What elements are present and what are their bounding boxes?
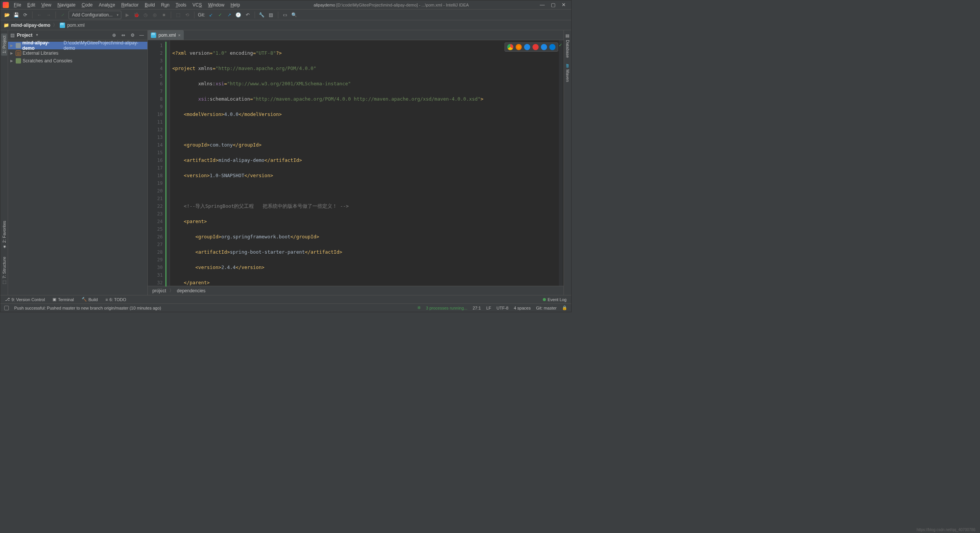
file-encoding[interactable]: UTF-8 <box>497 306 508 310</box>
tab-database[interactable]: ▤ Database <box>565 33 570 58</box>
coverage-icon[interactable]: ◷ <box>142 11 149 18</box>
profile-icon[interactable]: ◎ <box>151 11 158 18</box>
line-separator[interactable]: LF <box>486 306 491 310</box>
project-tool-window: ▤ Project ▼ ⊕ ⇔ ⚙ — ▶ mind-alipay-demo D… <box>8 30 148 295</box>
menu-bar: File Edit View Navigate Code Analyze Ref… <box>11 2 243 8</box>
menu-view[interactable]: View <box>39 2 54 8</box>
sync-icon[interactable]: ⟳ <box>22 11 29 18</box>
menu-window[interactable]: Window <box>205 2 227 8</box>
maven-file-icon <box>60 23 65 28</box>
lock-icon[interactable]: 🔒 <box>562 305 567 310</box>
window-title: alipaydemo [D:\code\MyGiteeProject\mind-… <box>245 3 537 7</box>
spinner-icon: ✲ <box>417 305 421 310</box>
debug-icon[interactable]: 🐞 <box>133 11 140 18</box>
menu-build[interactable]: Build <box>142 2 158 8</box>
breadcrumb-item[interactable]: dependencies <box>177 288 206 293</box>
run-anything-icon[interactable]: ▭ <box>282 11 289 18</box>
hide-icon[interactable]: — <box>138 32 145 39</box>
menu-analyze[interactable]: Analyze <box>96 2 118 8</box>
run-config-dropdown[interactable]: Add Configuration... <box>69 11 121 19</box>
maximize-icon[interactable]: ▢ <box>551 2 555 8</box>
message-icon[interactable] <box>4 306 9 310</box>
git-push-icon[interactable]: ↗ <box>226 11 233 18</box>
collapse-icon[interactable]: ⇔ <box>120 32 127 39</box>
tab-structure[interactable]: ⬚ 7: Structure <box>2 257 7 285</box>
menu-file[interactable]: File <box>11 2 24 8</box>
git-label: Git: <box>198 12 205 18</box>
close-tab-icon[interactable]: × <box>178 33 180 37</box>
inspection-ok-icon: ✓ <box>559 42 562 48</box>
safari-icon[interactable] <box>524 44 530 50</box>
run-icon[interactable]: ▶ <box>124 11 131 18</box>
git-commit-icon[interactable]: ✓ <box>217 11 224 18</box>
chevron-right-icon[interactable]: ▶ <box>10 44 14 47</box>
menu-tools[interactable]: Tools <box>173 2 189 8</box>
apply-icon[interactable]: ⬚ <box>175 11 181 18</box>
chevron-down-icon[interactable]: ▼ <box>36 33 39 37</box>
tab-maven[interactable]: m Maven <box>565 64 570 82</box>
caret-position[interactable]: 27:1 <box>473 306 481 310</box>
menu-edit[interactable]: Edit <box>24 2 38 8</box>
scratch-icon <box>16 58 21 64</box>
app-icon <box>3 2 9 8</box>
opera-icon[interactable] <box>532 44 539 50</box>
close-icon[interactable]: ✕ <box>562 2 566 8</box>
git-branch[interactable]: Git: master <box>536 306 557 310</box>
tree-scratches[interactable]: ▶ Scratches and Consoles <box>8 57 147 65</box>
notification-dot-icon <box>543 298 546 301</box>
file-tab-pom[interactable]: pom.xml × <box>148 30 184 40</box>
line-number-gutter: 1234567891011121314151617181920212223242… <box>148 40 165 286</box>
save-icon[interactable]: 💾 <box>13 11 20 18</box>
project-panel-title[interactable]: Project <box>17 33 33 38</box>
forward-icon[interactable]: → <box>45 11 52 18</box>
tab-event-log[interactable]: Event Log <box>543 297 567 302</box>
gear-icon[interactable]: ⚙ <box>129 32 136 39</box>
menu-code[interactable]: Code <box>79 2 95 8</box>
build-icon[interactable]: ⟋ <box>59 11 66 18</box>
tab-favorites[interactable]: ★ 2: Favorites <box>2 221 7 249</box>
open-icon[interactable]: 📂 <box>3 11 10 18</box>
editor-scrollbar[interactable]: ✓ <box>559 40 563 286</box>
tab-project[interactable]: 1: Project <box>1 33 7 55</box>
tab-todo[interactable]: ≡ 6: TODO <box>105 297 126 302</box>
menu-navigate[interactable]: Navigate <box>55 2 78 8</box>
ie-icon[interactable] <box>541 44 547 50</box>
editor-breadcrumb: project 〉 dependencies <box>148 286 564 295</box>
stop-icon[interactable]: ■ <box>160 11 167 18</box>
menu-refactor[interactable]: Refactor <box>119 2 141 8</box>
firefox-icon[interactable] <box>516 44 522 50</box>
git-update-icon[interactable]: ↙ <box>207 11 214 18</box>
project-structure-icon[interactable]: ▤ <box>268 11 274 18</box>
minimize-icon[interactable]: — <box>540 2 545 8</box>
edge-icon[interactable] <box>549 44 555 50</box>
back-icon[interactable]: ← <box>36 11 43 18</box>
chrome-icon[interactable] <box>507 44 513 50</box>
locate-icon[interactable]: ⊕ <box>111 32 118 39</box>
tab-terminal[interactable]: ▣ Terminal <box>52 297 74 302</box>
chevron-right-icon[interactable]: ▶ <box>10 59 14 63</box>
bottom-tool-tabs: ⎇ 9: Version Control ▣ Terminal 🔨 Build … <box>0 295 571 303</box>
maven-file-icon <box>151 33 156 38</box>
tab-version-control[interactable]: ⎇ 9: Version Control <box>5 297 45 302</box>
indent-setting[interactable]: 4 spaces <box>514 306 531 310</box>
tree-project-root[interactable]: ▶ mind-alipay-demo D:\code\MyGiteeProjec… <box>8 42 147 49</box>
search-everywhere-icon[interactable]: 🔍 <box>291 11 298 18</box>
menu-run[interactable]: Run <box>158 2 172 8</box>
git-history-icon[interactable]: 🕘 <box>235 11 242 18</box>
chevron-right-icon: 〉 <box>169 287 174 294</box>
title-bar: File Edit View Navigate Code Analyze Ref… <box>0 0 571 10</box>
code-editor[interactable]: <?xml version="1.0" encoding="UTF-8"?> <… <box>170 40 564 286</box>
chevron-right-icon: 〉 <box>53 22 57 28</box>
reload-icon[interactable]: ⟲ <box>184 11 191 18</box>
breadcrumb-file[interactable]: pom.xml <box>67 23 85 28</box>
breadcrumb-project[interactable]: mind-alipay-demo <box>11 23 51 28</box>
settings-icon[interactable]: 🔧 <box>258 11 265 18</box>
git-rollback-icon[interactable]: ↶ <box>244 11 251 18</box>
chevron-right-icon[interactable]: ▶ <box>10 51 14 55</box>
processes-link[interactable]: 3 processes running... <box>426 306 467 310</box>
menu-vcs[interactable]: VCS <box>190 2 205 8</box>
menu-help[interactable]: Help <box>228 2 243 8</box>
tab-build[interactable]: 🔨 Build <box>82 297 98 302</box>
folder-icon <box>16 43 21 48</box>
fold-gutter[interactable] <box>165 40 170 286</box>
